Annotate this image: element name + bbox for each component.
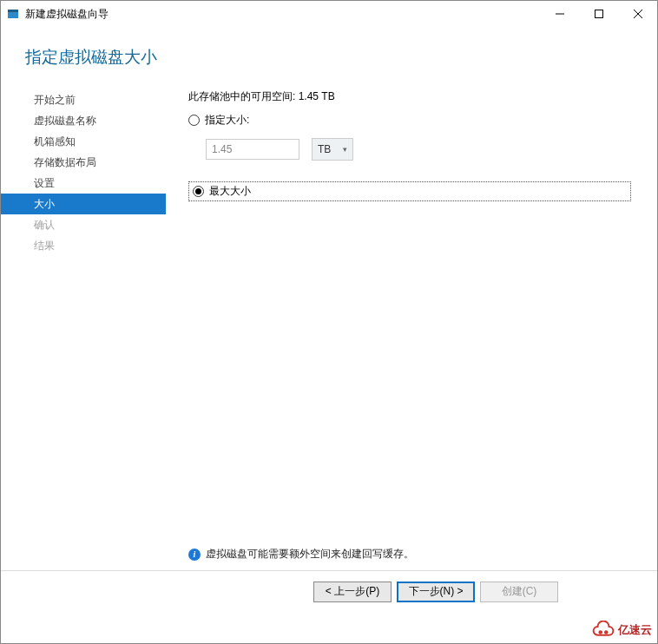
sidebar-item-label: 确认 [34,218,55,233]
radio-label: 最大大小 [209,184,251,199]
page-title: 指定虚拟磁盘大小 [25,46,633,69]
svg-point-6 [598,630,602,634]
prev-button[interactable]: < 上一步(P) [313,582,392,602]
hint-text: 虚拟磁盘可能需要额外空间来创建回写缓存。 [206,547,414,562]
watermark-logo-icon [592,621,615,640]
radio-max-size[interactable]: 最大大小 [188,181,631,201]
maximize-button[interactable] [579,1,618,27]
sidebar-item-enclosure[interactable]: 机箱感知 [1,131,166,152]
sidebar-item-label: 虚拟磁盘名称 [34,114,96,128]
app-icon [6,7,20,21]
create-button: 创建(C) [480,582,558,602]
svg-rect-3 [595,10,602,18]
sidebar-item-label: 机箱感知 [34,135,76,149]
radio-specify-size[interactable]: 指定大小: [188,113,631,128]
titlebar: 新建虚拟磁盘向导 [1,1,657,27]
sidebar-item-label: 开始之前 [34,93,76,108]
sidebar-item-label: 结果 [34,239,55,253]
svg-rect-1 [8,10,18,12]
wizard-footer: < 上一步(P) 下一步(N) > 创建(C) 取消 [1,570,657,612]
main-panel: 此存储池中的可用空间: 1.45 TB 指定大小: TB ▾ 最大大小 i 虚拟… [166,84,657,570]
sidebar-item-size[interactable]: 大小 [1,194,166,214]
minimize-button[interactable] [540,1,579,27]
sidebar-item-settings[interactable]: 设置 [1,173,166,194]
sidebar-item-before[interactable]: 开始之前 [1,89,166,110]
size-input-row: TB ▾ [206,138,631,161]
sidebar-item-result: 结果 [1,235,166,256]
watermark: 亿速云 [592,621,652,640]
wizard-steps-sidebar: 开始之前 虚拟磁盘名称 机箱感知 存储数据布局 设置 大小 确认 结果 [1,84,166,570]
wizard-header: 指定虚拟磁盘大小 [1,27,657,84]
sidebar-item-confirm: 确认 [1,214,166,235]
next-button[interactable]: 下一步(N) > [397,582,475,602]
sidebar-item-label: 设置 [34,176,55,191]
unit-value: TB [318,143,331,155]
sidebar-item-layout[interactable]: 存储数据布局 [1,152,166,173]
size-input[interactable] [206,139,299,160]
free-space-label: 此存储池中的可用空间: 1.45 TB [188,89,631,104]
sidebar-item-label: 存储数据布局 [34,155,96,170]
sidebar-item-name[interactable]: 虚拟磁盘名称 [1,110,166,131]
hint-message: i 虚拟磁盘可能需要额外空间来创建回写缓存。 [188,547,414,562]
info-icon: i [188,549,201,561]
radio-icon [188,115,200,126]
watermark-text: 亿速云 [618,622,652,638]
window-title: 新建虚拟磁盘向导 [25,7,109,22]
content-area: 开始之前 虚拟磁盘名称 机箱感知 存储数据布局 设置 大小 确认 结果 此存储池… [1,84,657,570]
close-button[interactable] [618,1,657,27]
unit-select[interactable]: TB ▾ [312,138,353,161]
sidebar-item-label: 大小 [34,197,55,212]
radio-label: 指定大小: [205,113,249,128]
svg-point-7 [604,630,609,634]
radio-icon [193,186,204,197]
chevron-down-icon: ▾ [343,145,347,154]
window-controls [540,1,657,27]
